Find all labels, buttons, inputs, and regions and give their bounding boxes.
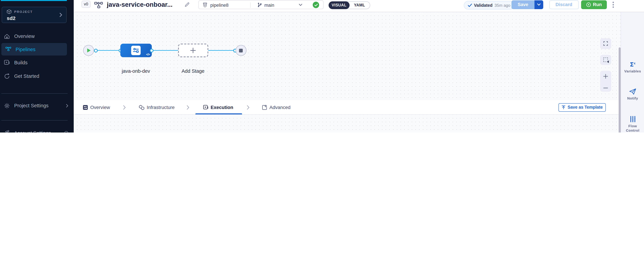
save-dropdown-button[interactable] <box>534 0 543 9</box>
rail-label: Control <box>626 128 640 132</box>
tab-label: Overview <box>90 105 110 110</box>
divider <box>1 120 68 120</box>
execution-tab-icon <box>203 105 208 110</box>
project-cube-icon <box>7 9 12 14</box>
sidebar-item-builds[interactable]: Builds <box>0 58 74 68</box>
code-badge: </> <box>146 53 150 56</box>
stage-graph-canvas[interactable]: </> java-onb-dev Add Stage <box>74 12 621 100</box>
save-label: Save <box>518 2 528 7</box>
toggle-yaml[interactable]: YAML <box>349 2 370 9</box>
check-icon <box>468 4 472 7</box>
more-options-kebab[interactable] <box>611 2 615 8</box>
toggle-visual[interactable]: VISUAL <box>328 1 350 9</box>
stage-start-node <box>83 45 94 56</box>
edit-pencil-icon[interactable] <box>184 2 190 7</box>
project-selector[interactable]: PROJECT sd2 <box>2 7 66 23</box>
validated-time: 35m ago <box>494 3 510 8</box>
tab-separator-chevron-icon <box>247 105 250 110</box>
stop-icon <box>239 49 243 52</box>
home-icon <box>4 33 10 39</box>
tab-separator-chevron-icon <box>186 105 189 110</box>
zoom-in-button[interactable] <box>603 74 608 79</box>
sidebar-item-overview[interactable]: Overview <box>0 31 74 41</box>
sidebar-item-label: Builds <box>14 60 28 65</box>
builds-icon <box>4 60 10 66</box>
layers-gear-icon <box>4 130 10 133</box>
rail-label: Notify <box>627 96 638 100</box>
stage-name-label[interactable]: java-onb-dev <box>109 68 163 75</box>
rail-label: Flow <box>628 124 637 128</box>
upload-icon <box>562 105 566 110</box>
stage-flow-line <box>94 50 235 51</box>
advanced-tab-icon <box>262 105 267 110</box>
project-label: PROJECT <box>14 10 32 13</box>
pipelines-icon <box>6 46 11 52</box>
stage-node-java-onb-dev[interactable]: </> <box>120 44 152 57</box>
active-tab-underline <box>196 113 242 114</box>
notify-paper-plane-icon <box>629 88 636 95</box>
discard-button[interactable]: Discard <box>549 0 578 9</box>
sidebar-item-project-settings[interactable]: Project Settings <box>0 101 74 111</box>
stage-tab-strip: Overview Infrastructure Execution <box>74 100 621 115</box>
link-port <box>94 49 98 52</box>
validated-badge[interactable]: Validated 35m ago <box>464 1 514 10</box>
run-button[interactable]: Run <box>581 0 607 9</box>
pipeline-header: v0 java-service-onboar... pipeline8 main <box>74 0 644 12</box>
tab-infrastructure[interactable]: Infrastructure <box>139 100 174 115</box>
visual-yaml-toggle[interactable]: VISUAL YAML <box>328 1 370 9</box>
left-sidebar: PROJECT sd2 Overview Pipelines Builds <box>0 0 74 133</box>
flow-control-sliders-icon <box>629 116 636 123</box>
sidebar-item-get-started[interactable]: Get Started <box>0 71 74 81</box>
rail-item-notify[interactable]: Notify <box>621 88 644 100</box>
sidebar-accent-bar <box>1 0 67 1</box>
sidebar-item-label: Project Settings <box>14 103 48 108</box>
app-window: PROJECT sd2 Overview Pipelines Builds <box>0 0 644 133</box>
link-port <box>150 49 154 52</box>
rail-item-flow-control[interactable]: Flow Control <box>621 116 644 132</box>
pipeline-tools-rail: Σx Variables Notify Flow Control Policy … <box>621 12 644 133</box>
chevron-down-icon <box>299 4 302 6</box>
entity-bucket-icon <box>202 2 208 8</box>
chevron-right-icon <box>60 13 62 17</box>
save-button[interactable]: Save <box>512 0 534 9</box>
execution-graph-canvas[interactable]: </> </> </> </> </> </> <box>74 115 621 133</box>
info-icon[interactable] <box>64 131 68 133</box>
sidebar-item-pipelines[interactable]: Pipelines <box>1 43 67 56</box>
sidebar-item-account-settings[interactable]: Account Settings <box>0 128 74 133</box>
branch-name: main <box>264 3 274 8</box>
pipeline-graph-icon <box>94 1 103 9</box>
pipeline-entity-selector[interactable]: pipeline8 main <box>198 0 324 9</box>
sidebar-item-label: Overview <box>14 34 35 39</box>
save-as-template-label: Save as Template <box>568 105 603 110</box>
sidebar-item-label: Account Settings <box>14 130 51 133</box>
validated-label: Validated <box>474 3 492 8</box>
infrastructure-tab-icon <box>139 105 144 110</box>
discard-label: Discard <box>556 2 572 7</box>
tab-advanced[interactable]: Advanced <box>262 100 290 115</box>
sidebar-item-label: Get Started <box>14 73 39 79</box>
chevron-right-icon <box>66 104 68 107</box>
rail-label: Variables <box>624 69 641 73</box>
tab-execution[interactable]: Execution <box>203 100 233 115</box>
play-icon <box>87 48 90 53</box>
play-circle-icon <box>586 2 591 7</box>
canvas-fit-button[interactable] <box>600 55 611 65</box>
gear-icon <box>4 103 10 108</box>
stage-end-node <box>236 45 246 56</box>
version-badge: v0 <box>82 1 90 8</box>
add-stage-button[interactable] <box>178 44 208 57</box>
expand-icon <box>603 41 608 46</box>
chevron-down-icon <box>537 4 540 6</box>
rail-item-variables[interactable]: Σx Variables <box>621 61 644 73</box>
pipeline-title: java-service-onboar... <box>107 1 172 9</box>
save-as-template-button[interactable]: Save as Template <box>558 103 606 112</box>
tab-label: Infrastructure <box>147 105 174 110</box>
vertical-scrollbar[interactable] <box>619 47 621 133</box>
variables-icon: Σx <box>630 61 636 68</box>
add-stage-label[interactable]: Add Stage <box>166 68 220 75</box>
git-branch-icon <box>257 2 262 8</box>
tab-label: Execution <box>210 105 233 110</box>
zoom-out-button[interactable] <box>603 87 608 89</box>
tab-overview[interactable]: Overview <box>83 100 110 115</box>
canvas-expand-button[interactable] <box>600 38 611 49</box>
